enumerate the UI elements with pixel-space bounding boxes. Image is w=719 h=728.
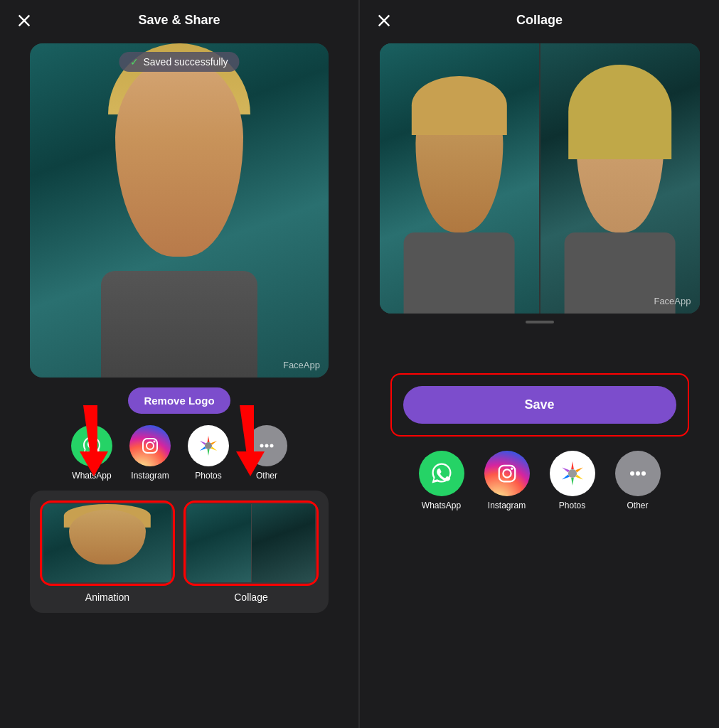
svg-point-5: [205, 442, 212, 449]
right-other-icon: [615, 451, 661, 496]
right-close-button[interactable]: [374, 11, 394, 31]
bottom-thumbnails: Animation Collage: [30, 491, 329, 613]
instagram-label: Instagram: [131, 471, 169, 481]
collage-thumb-image: [183, 500, 319, 586]
save-button[interactable]: Save: [403, 386, 676, 424]
svg-point-6: [260, 444, 264, 448]
other-label: Other: [256, 471, 277, 481]
svg-point-21: [630, 471, 634, 476]
collage-label: Collage: [234, 592, 267, 603]
svg-point-3: [147, 442, 154, 449]
svg-point-22: [636, 471, 640, 476]
instagram-icon: [129, 425, 171, 466]
right-panel-title: Collage: [516, 13, 563, 28]
photos-label: Photos: [195, 471, 221, 481]
collage-image: FaceApp: [380, 43, 700, 314]
left-close-button[interactable]: [14, 11, 34, 31]
left-panel-title: Save & Share: [138, 13, 220, 28]
right-photos-icon: [550, 451, 595, 496]
right-panel: Collage FaceApp Save: [360, 0, 719, 728]
right-share-photos[interactable]: Photos: [550, 451, 595, 510]
share-instagram[interactable]: Instagram: [129, 425, 171, 481]
animation-thumb[interactable]: Animation: [40, 500, 175, 603]
collage-faceapp-watermark: FaceApp: [654, 296, 691, 306]
right-share-row: WhatsApp Instagram: [419, 451, 661, 510]
remove-logo-button[interactable]: Remove Logo: [128, 387, 230, 414]
right-instagram-label: Instagram: [488, 500, 526, 510]
svg-point-8: [270, 444, 274, 448]
saved-badge: ✓ Saved successfully: [119, 52, 239, 72]
main-image: ✓ Saved successfully FaceApp: [30, 43, 329, 378]
other-icon: [246, 425, 287, 466]
share-other[interactable]: Other: [246, 425, 287, 481]
svg-point-7: [265, 444, 269, 448]
right-photos-label: Photos: [559, 500, 585, 510]
right-header: Collage: [360, 0, 719, 41]
collage-thumb[interactable]: Collage: [183, 500, 319, 603]
scroll-indicator: [526, 321, 554, 323]
right-whatsapp-icon: [419, 451, 464, 496]
right-share-whatsapp[interactable]: WhatsApp: [419, 451, 464, 510]
whatsapp-label: WhatsApp: [72, 471, 111, 481]
left-panel: Save & Share ✓ Saved successfully FaceAp…: [0, 0, 358, 728]
save-area: Save: [390, 373, 689, 437]
share-icons-row: WhatsApp Instagram: [71, 425, 287, 481]
left-header: Save & Share: [0, 0, 358, 41]
share-whatsapp[interactable]: WhatsApp: [71, 425, 112, 481]
svg-point-20: [568, 469, 576, 478]
photos-icon: [188, 425, 229, 466]
right-whatsapp-label: WhatsApp: [422, 500, 461, 510]
svg-point-18: [503, 469, 511, 477]
check-icon: ✓: [130, 56, 139, 68]
right-instagram-icon: [484, 451, 530, 496]
share-photos[interactable]: Photos: [188, 425, 229, 481]
svg-point-23: [641, 471, 646, 476]
animation-label: Animation: [85, 592, 129, 603]
whatsapp-icon: [71, 425, 112, 466]
faceapp-watermark: FaceApp: [283, 360, 320, 370]
right-other-label: Other: [627, 500, 648, 510]
right-share-other[interactable]: Other: [615, 451, 661, 510]
collage-left-image: [380, 43, 539, 314]
animation-thumb-image: [40, 500, 175, 586]
svg-point-4: [154, 441, 156, 443]
svg-point-19: [511, 468, 513, 470]
collage-right-image: FaceApp: [539, 43, 700, 314]
right-share-instagram[interactable]: Instagram: [484, 451, 530, 510]
